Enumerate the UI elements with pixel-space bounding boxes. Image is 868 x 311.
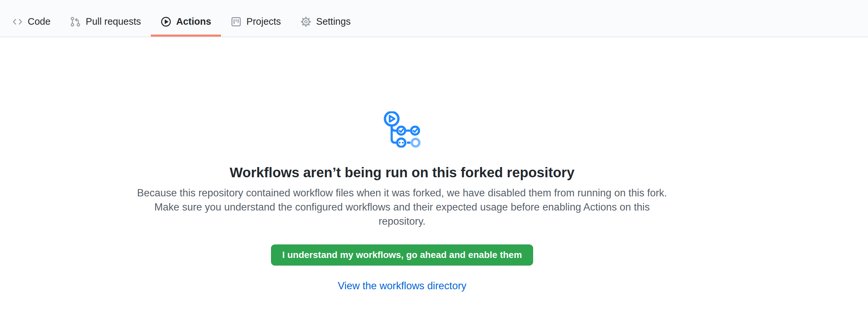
blankslate: Workflows aren’t being run on this forke… [0, 37, 804, 292]
repo-tab-bar: Code Pull requests Actions [0, 0, 868, 37]
project-icon [231, 17, 241, 27]
tab-pull-requests[interactable]: Pull requests [60, 0, 151, 37]
tab-settings-label: Settings [316, 16, 351, 27]
tab-code-label: Code [28, 16, 51, 27]
code-icon [12, 17, 23, 27]
tab-code[interactable]: Code [2, 0, 60, 37]
play-icon [161, 17, 171, 27]
tab-pull-requests-label: Pull requests [86, 16, 141, 27]
page-title: Workflows aren’t being run on this forke… [0, 164, 804, 181]
tab-actions-label: Actions [176, 16, 211, 27]
workflow-graph-icon [383, 111, 421, 149]
tab-settings[interactable]: Settings [291, 0, 361, 37]
actions-blankslate-page: Workflows aren’t being run on this forke… [0, 37, 804, 292]
git-pull-request-icon [70, 17, 81, 27]
blankslate-description: Because this repository contained workfl… [130, 186, 674, 228]
tab-projects[interactable]: Projects [221, 0, 291, 37]
enable-workflows-button[interactable]: I understand my workflows, go ahead and … [271, 244, 533, 266]
tab-actions[interactable]: Actions [151, 0, 221, 37]
view-workflows-directory-link[interactable]: View the workflows directory [338, 280, 467, 291]
tab-projects-label: Projects [246, 16, 281, 27]
gear-icon [301, 17, 311, 27]
